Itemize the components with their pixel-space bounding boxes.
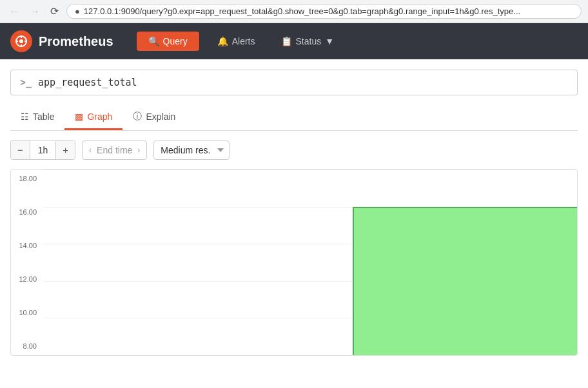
tabs: ☷ Table ▩ Graph ⓘ Explain [10,104,578,131]
brand: Prometheus [10,30,113,52]
grid-line-1 [43,170,577,170]
bell-icon: 🔔 [217,36,228,46]
main-content: >_ app_request_total ☷ Table ▩ Graph ⓘ E… [0,59,588,356]
tab-graph[interactable]: ▩ Graph [64,105,122,130]
grid-line-6 [43,355,577,356]
end-time-placeholder: End time [97,145,132,155]
y-label-18: 18.00 [14,175,41,182]
y-label-12: 12.00 [14,275,41,283]
tab-graph-label: Graph [87,112,112,122]
controls-row: − 1h + ‹ End time › Low res. Medium res.… [10,140,578,160]
chevron-left-icon: ‹ [89,146,92,155]
query-button-label: Query [163,36,188,46]
brand-icon [10,30,32,52]
chart-green-bar [353,207,577,355]
brand-name: Prometheus [39,34,113,49]
y-axis: 18.00 16.00 14.00 12.00 10.00 8.00 [11,170,43,355]
alerts-label: Alerts [232,36,255,46]
range-decrease-button[interactable]: − [11,141,30,159]
chart-plot [43,170,577,355]
url-bar[interactable]: ● 127.0.0.1:9090/query?g0.expr=app_reque… [66,4,582,19]
tab-explain[interactable]: ⓘ Explain [122,104,186,131]
table-icon: ☷ [21,112,29,122]
tab-table[interactable]: ☷ Table [10,105,64,130]
lock-icon: ● [75,6,80,16]
status-button[interactable]: 📋 Status ▼ [273,32,342,51]
tab-explain-label: Explain [146,112,175,122]
y-label-10: 10.00 [14,309,41,316]
y-label-8: 8.00 [14,342,41,350]
graph-icon: ▩ [75,112,83,122]
alerts-button[interactable]: 🔔 Alerts [210,32,263,51]
chevron-right-icon: › [137,146,140,155]
back-button[interactable]: ← [6,5,22,19]
svg-point-1 [19,39,23,43]
browser-bar: ← → ⟳ ● 127.0.0.1:9090/query?g0.expr=app… [0,0,588,23]
query-button[interactable]: 🔍 Query [137,32,199,51]
end-time-control[interactable]: ‹ End time › [82,141,147,160]
range-control: − 1h + [10,140,75,160]
query-input[interactable]: app_request_total [38,77,137,88]
chart-container: 18.00 16.00 14.00 12.00 10.00 8.00 [10,169,578,356]
reload-button[interactable]: ⟳ [48,4,61,19]
tab-table-label: Table [33,112,54,122]
info-icon: ⓘ [133,111,142,122]
y-label-16: 16.00 [14,208,41,216]
range-increase-button[interactable]: + [56,141,75,159]
forward-button[interactable]: → [27,5,43,19]
query-bar[interactable]: >_ app_request_total [10,70,578,95]
resolution-select[interactable]: Low res. Medium res. High res. [153,141,230,160]
status-label: Status [296,36,322,46]
chevron-down-icon: ▼ [325,36,334,46]
search-icon: 🔍 [148,36,159,46]
query-prompt: >_ [20,77,32,88]
url-text: 127.0.0.1:9090/query?g0.expr=app_request… [84,6,520,16]
chart-inner: 18.00 16.00 14.00 12.00 10.00 8.00 [11,170,577,355]
server-icon: 📋 [281,36,292,46]
top-nav: Prometheus 🔍 Query 🔔 Alerts 📋 Status ▼ [0,23,588,59]
range-value: 1h [30,141,57,159]
y-label-14: 14.00 [14,242,41,249]
